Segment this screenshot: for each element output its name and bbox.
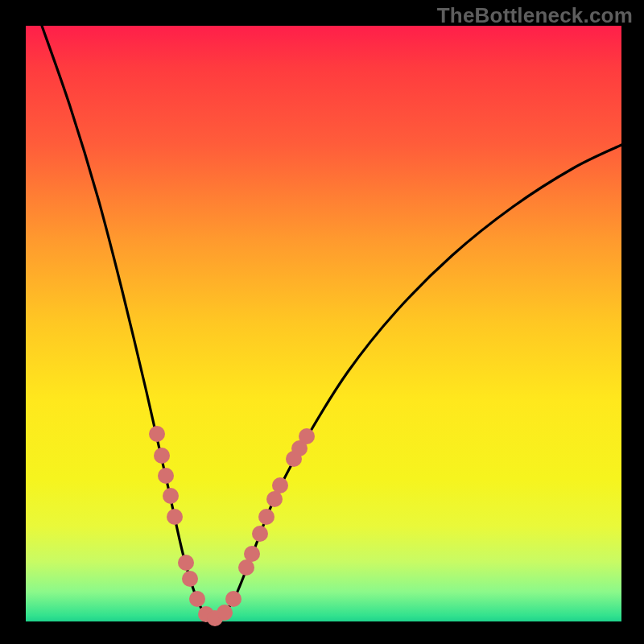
highlight-dot [158, 468, 174, 484]
watermark-text: TheBottleneck.com [437, 3, 633, 28]
highlight-dot [258, 509, 275, 525]
highlight-dot [252, 526, 268, 542]
highlight-dot [272, 477, 288, 493]
highlight-dot [178, 555, 194, 571]
highlight-dot [154, 448, 170, 464]
highlight-dot [244, 546, 260, 562]
highlight-dot [167, 509, 183, 525]
highlight-dot [225, 591, 242, 607]
highlight-dots-group [149, 426, 315, 626]
highlight-dot [149, 426, 165, 442]
chart-svg [26, 26, 621, 621]
highlight-dot [163, 488, 179, 504]
chart-frame: TheBottleneck.com [0, 0, 644, 644]
highlight-dot [217, 605, 233, 621]
bottleneck-curve [42, 26, 621, 619]
highlight-dot [299, 428, 315, 444]
highlight-dot [189, 591, 205, 607]
plot-area [26, 26, 621, 621]
highlight-dot [182, 571, 198, 587]
